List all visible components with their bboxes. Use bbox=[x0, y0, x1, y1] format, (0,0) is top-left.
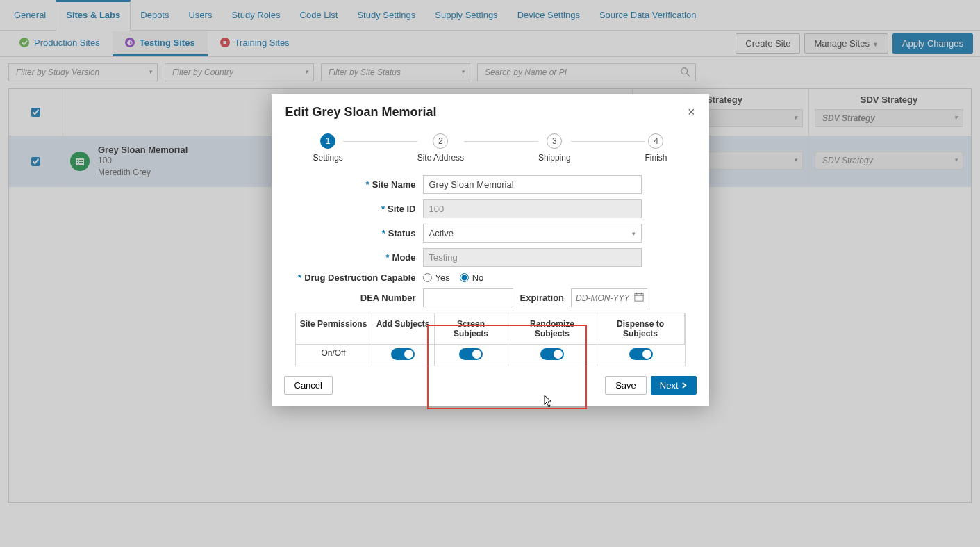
radio-yes[interactable]: Yes bbox=[423, 272, 450, 283]
label-site-name: Site Name bbox=[372, 179, 416, 190]
label-mode: Mode bbox=[392, 252, 416, 263]
step-settings[interactable]: 1Settings bbox=[313, 133, 343, 163]
modal-title: Edit Grey Sloan Memorial bbox=[285, 105, 688, 120]
label-drug-destruction: Drug Destruction Capable bbox=[304, 272, 415, 283]
step-finish[interactable]: 4Finish bbox=[645, 133, 667, 163]
perm-header-screen: Screen Subjects bbox=[435, 313, 508, 345]
edit-site-modal: Edit Grey Sloan Memorial × 1Settings 2Si… bbox=[272, 94, 709, 406]
step-label: Settings bbox=[313, 153, 343, 163]
step-label: Finish bbox=[645, 153, 667, 163]
cancel-button[interactable]: Cancel bbox=[284, 376, 333, 395]
modal-body: *Site Name *Site ID 100 *Status Active *… bbox=[272, 175, 709, 366]
perm-header-title: Site Permissions bbox=[296, 313, 372, 345]
label-dea: DEA Number bbox=[360, 293, 416, 303]
perm-header-randomize: Randomize Subjects bbox=[508, 313, 597, 345]
label-expiration: Expiration bbox=[520, 293, 565, 303]
calendar-icon[interactable] bbox=[634, 292, 644, 304]
close-icon[interactable]: × bbox=[688, 105, 695, 120]
toggle-screen-subjects[interactable] bbox=[459, 348, 483, 360]
toggle-add-subjects[interactable] bbox=[391, 348, 415, 360]
modal-footer: Cancel Save Next bbox=[272, 366, 709, 406]
drug-destruction-radios: Yes No bbox=[423, 272, 484, 283]
label-site-id: Site ID bbox=[388, 204, 415, 214]
perm-header-dispense: Dispense to Subjects bbox=[597, 313, 685, 345]
status-select[interactable]: Active bbox=[423, 224, 642, 243]
radio-no-label: No bbox=[472, 272, 484, 283]
radio-no[interactable]: No bbox=[460, 272, 484, 283]
radio-yes-label: Yes bbox=[435, 272, 450, 283]
step-site-address[interactable]: 2Site Address bbox=[417, 133, 464, 163]
next-button[interactable]: Next bbox=[651, 376, 697, 395]
save-button[interactable]: Save bbox=[605, 376, 647, 395]
site-id-field: 100 bbox=[423, 199, 642, 218]
chevron-right-icon bbox=[681, 382, 688, 389]
permissions-table: Site Permissions Add Subjects Screen Sub… bbox=[295, 313, 686, 366]
mode-field: Testing bbox=[423, 248, 642, 267]
toggle-randomize-subjects[interactable] bbox=[540, 348, 564, 360]
modal-overlay: Edit Grey Sloan Memorial × 1Settings 2Si… bbox=[0, 0, 980, 547]
next-button-label: Next bbox=[660, 380, 679, 391]
step-label: Site Address bbox=[417, 153, 464, 163]
toggle-dispense-subjects[interactable] bbox=[629, 348, 653, 360]
perm-row-label: On/Off bbox=[296, 345, 372, 366]
step-label: Shipping bbox=[538, 153, 571, 163]
step-shipping[interactable]: 3Shipping bbox=[538, 133, 571, 163]
svg-rect-9 bbox=[635, 294, 643, 302]
perm-header-add: Add Subjects bbox=[372, 313, 435, 345]
site-name-field[interactable] bbox=[423, 175, 642, 194]
wizard-steps: 1Settings 2Site Address 3Shipping 4Finis… bbox=[272, 129, 709, 175]
label-status: Status bbox=[388, 228, 416, 238]
dea-number-field[interactable] bbox=[423, 288, 513, 307]
modal-header: Edit Grey Sloan Memorial × bbox=[272, 94, 709, 129]
